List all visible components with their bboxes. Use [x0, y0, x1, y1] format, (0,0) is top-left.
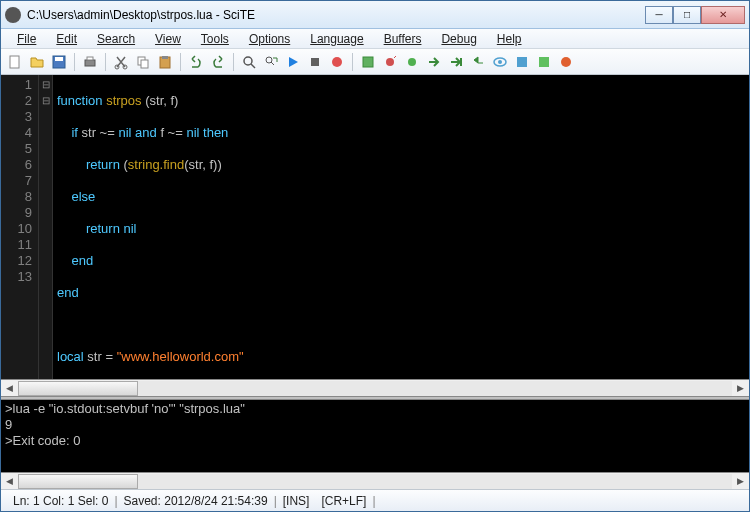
menu-search[interactable]: Search: [87, 30, 145, 48]
titlebar[interactable]: C:\Users\admin\Desktop\strpos.lua - SciT…: [1, 1, 749, 29]
undo-icon[interactable]: [186, 52, 206, 72]
svg-rect-13: [311, 58, 319, 66]
status-saved: Saved: 2012/8/24 21:54:39: [118, 494, 274, 508]
scroll-left-icon[interactable]: ◀: [1, 381, 18, 396]
debug-over-icon[interactable]: [402, 52, 422, 72]
svg-point-16: [386, 58, 394, 66]
redo-icon[interactable]: [208, 52, 228, 72]
status-eol: [CR+LF]: [315, 494, 372, 508]
compile-icon[interactable]: [358, 52, 378, 72]
run-icon[interactable]: [283, 52, 303, 72]
svg-rect-10: [162, 56, 168, 59]
record-icon[interactable]: [556, 52, 576, 72]
statusbar: Ln: 1 Col: 1 Sel: 0 | Saved: 2012/8/24 2…: [1, 489, 749, 511]
menu-file[interactable]: File: [7, 30, 46, 48]
fold-column[interactable]: ⊟⊟: [39, 75, 53, 379]
fold-minus-icon[interactable]: ⊟: [39, 77, 52, 93]
breakpoint-icon[interactable]: [512, 52, 532, 72]
paste-icon[interactable]: [155, 52, 175, 72]
menubar: File Edit Search View Tools Options Lang…: [1, 29, 749, 49]
close-button[interactable]: ✕: [701, 6, 745, 24]
print-icon[interactable]: [80, 52, 100, 72]
menu-buffers[interactable]: Buffers: [374, 30, 432, 48]
fold-minus-icon[interactable]: ⊟: [39, 93, 52, 109]
editor-area: 12345678910111213 ⊟⊟ function strpos (st…: [1, 75, 749, 489]
menu-debug[interactable]: Debug: [431, 30, 486, 48]
maximize-button[interactable]: □: [673, 6, 701, 24]
svg-rect-4: [87, 57, 93, 60]
debug-icon[interactable]: [327, 52, 347, 72]
return-icon[interactable]: [468, 52, 488, 72]
menu-view[interactable]: View: [145, 30, 191, 48]
code-hscrollbar[interactable]: ◀ ▶: [1, 379, 749, 396]
output-pane[interactable]: >lua -e "io.stdout:setvbuf 'no'" "strpos…: [1, 400, 749, 472]
debug-step-icon[interactable]: [380, 52, 400, 72]
cut-icon[interactable]: [111, 52, 131, 72]
scroll-right-icon[interactable]: ▶: [732, 381, 749, 396]
bookmark-icon[interactable]: [534, 52, 554, 72]
menu-options[interactable]: Options: [239, 30, 300, 48]
scroll-left-icon[interactable]: ◀: [1, 474, 18, 489]
output-hscrollbar[interactable]: ◀ ▶: [1, 472, 749, 489]
new-file-icon[interactable]: [5, 52, 25, 72]
replace-icon[interactable]: [261, 52, 281, 72]
scroll-thumb[interactable]: [18, 474, 138, 489]
status-position: Ln: 1 Col: 1 Sel: 0: [7, 494, 114, 508]
svg-rect-8: [141, 60, 148, 68]
svg-rect-21: [517, 57, 527, 67]
menu-help[interactable]: Help: [487, 30, 532, 48]
app-icon: [5, 7, 21, 23]
svg-rect-2: [55, 57, 63, 61]
svg-point-20: [498, 60, 502, 64]
svg-point-14: [332, 57, 342, 67]
window-title: C:\Users\admin\Desktop\strpos.lua - SciT…: [27, 8, 645, 22]
save-icon[interactable]: [49, 52, 69, 72]
svg-rect-18: [460, 58, 462, 66]
svg-rect-0: [10, 56, 19, 68]
open-file-icon[interactable]: [27, 52, 47, 72]
code-area[interactable]: 12345678910111213 ⊟⊟ function strpos (st…: [1, 75, 749, 379]
svg-rect-22: [539, 57, 549, 67]
stop-icon[interactable]: [305, 52, 325, 72]
copy-icon[interactable]: [133, 52, 153, 72]
menu-tools[interactable]: Tools: [191, 30, 239, 48]
minimize-button[interactable]: ─: [645, 6, 673, 24]
menu-language[interactable]: Language: [300, 30, 373, 48]
svg-point-11: [244, 57, 252, 65]
svg-point-23: [561, 57, 571, 67]
scroll-thumb[interactable]: [18, 381, 138, 396]
line-gutter: 12345678910111213: [1, 75, 39, 379]
scroll-right-icon[interactable]: ▶: [732, 474, 749, 489]
find-icon[interactable]: [239, 52, 259, 72]
menu-edit[interactable]: Edit: [46, 30, 87, 48]
code-text[interactable]: function strpos (str, f) if str ~= nil a…: [53, 75, 749, 379]
next-icon[interactable]: [424, 52, 444, 72]
continue-icon[interactable]: [446, 52, 466, 72]
svg-point-17: [408, 58, 416, 66]
toolbar: [1, 49, 749, 75]
watch-icon[interactable]: [490, 52, 510, 72]
status-ins: [INS]: [277, 494, 316, 508]
svg-rect-3: [85, 60, 95, 66]
app-window: C:\Users\admin\Desktop\strpos.lua - SciT…: [0, 0, 750, 512]
svg-rect-15: [363, 57, 373, 67]
